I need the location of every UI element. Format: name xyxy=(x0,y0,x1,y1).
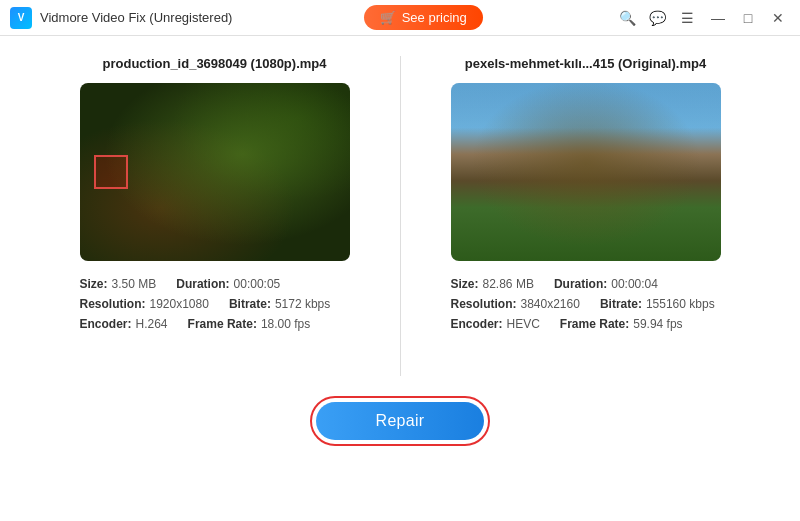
right-resolution: Resolution: 3840x2160 xyxy=(451,297,580,311)
close-button[interactable]: ✕ xyxy=(764,4,792,32)
left-duration-value: 00:00:05 xyxy=(234,277,281,291)
right-info-row-3: Encoder: HEVC Frame Rate: 59.94 fps xyxy=(451,317,721,331)
titlebar: V Vidmore Video Fix (Unregistered) 🛒 See… xyxy=(0,0,800,36)
close-icon: ✕ xyxy=(772,10,784,26)
left-size: Size: 3.50 MB xyxy=(80,277,157,291)
left-encoder-value: H.264 xyxy=(136,317,168,331)
left-resolution-value: 1920x1080 xyxy=(150,297,209,311)
right-size: Size: 82.86 MB xyxy=(451,277,534,291)
menu-icon: ☰ xyxy=(681,10,694,26)
right-info-row-1: Size: 82.86 MB Duration: 00:00:04 xyxy=(451,277,721,291)
right-bitrate: Bitrate: 155160 kbps xyxy=(600,297,715,311)
left-size-label: Size: xyxy=(80,277,108,291)
left-info-row-1: Size: 3.50 MB Duration: 00:00:05 xyxy=(80,277,350,291)
repair-button-wrapper: Repair xyxy=(310,396,491,446)
right-video-thumbnail xyxy=(451,83,721,261)
right-size-value: 82.86 MB xyxy=(483,277,534,291)
maximize-icon: □ xyxy=(744,10,752,26)
left-duration-label: Duration: xyxy=(176,277,229,291)
left-info-row-2: Resolution: 1920x1080 Bitrate: 5172 kbps xyxy=(80,297,350,311)
cart-icon: 🛒 xyxy=(380,10,396,25)
right-duration-label: Duration: xyxy=(554,277,607,291)
right-encoder-label: Encoder: xyxy=(451,317,503,331)
app-icon: V xyxy=(10,7,32,29)
right-video-panel: pexels-mehmet-kılı...415 (Original).mp4 … xyxy=(421,56,751,337)
left-encoder: Encoder: H.264 xyxy=(80,317,168,331)
main-content: production_id_3698049 (1080p).mp4 Size: … xyxy=(0,36,800,521)
videos-row: production_id_3698049 (1080p).mp4 Size: … xyxy=(40,56,760,376)
right-framerate-value: 59.94 fps xyxy=(633,317,682,331)
left-encoder-label: Encoder: xyxy=(80,317,132,331)
right-bitrate-label: Bitrate: xyxy=(600,297,642,311)
app-title: Vidmore Video Fix (Unregistered) xyxy=(40,10,232,25)
right-encoder-value: HEVC xyxy=(507,317,540,331)
right-video-label: pexels-mehmet-kılı...415 (Original).mp4 xyxy=(465,56,706,71)
left-video-thumbnail xyxy=(80,83,350,261)
left-video-panel: production_id_3698049 (1080p).mp4 Size: … xyxy=(50,56,380,337)
right-info-row-2: Resolution: 3840x2160 Bitrate: 155160 kb… xyxy=(451,297,721,311)
repair-button[interactable]: Repair xyxy=(316,402,485,440)
search-button[interactable]: 🔍 xyxy=(614,4,642,32)
bottom-area: Repair xyxy=(310,396,491,446)
right-resolution-label: Resolution: xyxy=(451,297,517,311)
menu-button[interactable]: ☰ xyxy=(674,4,702,32)
right-thumb-visual xyxy=(451,83,721,261)
minimize-icon: — xyxy=(711,10,725,26)
chat-button[interactable]: 💬 xyxy=(644,4,672,32)
left-info-row-3: Encoder: H.264 Frame Rate: 18.00 fps xyxy=(80,317,350,331)
left-duration: Duration: 00:00:05 xyxy=(176,277,280,291)
right-resolution-value: 3840x2160 xyxy=(521,297,580,311)
titlebar-center: 🛒 See pricing xyxy=(364,5,483,30)
search-icon: 🔍 xyxy=(619,10,636,26)
see-pricing-label: See pricing xyxy=(402,10,467,25)
left-resolution: Resolution: 1920x1080 xyxy=(80,297,209,311)
right-encoder: Encoder: HEVC xyxy=(451,317,540,331)
divider xyxy=(400,56,401,376)
right-framerate: Frame Rate: 59.94 fps xyxy=(560,317,683,331)
titlebar-left: V Vidmore Video Fix (Unregistered) xyxy=(10,7,232,29)
right-duration: Duration: 00:00:04 xyxy=(554,277,658,291)
maximize-button[interactable]: □ xyxy=(734,4,762,32)
chat-icon: 💬 xyxy=(649,10,666,26)
right-size-label: Size: xyxy=(451,277,479,291)
right-duration-value: 00:00:04 xyxy=(611,277,658,291)
titlebar-controls: 🔍 💬 ☰ — □ ✕ xyxy=(614,4,792,32)
left-bitrate-label: Bitrate: xyxy=(229,297,271,311)
left-resolution-label: Resolution: xyxy=(80,297,146,311)
left-bitrate-value: 5172 kbps xyxy=(275,297,330,311)
see-pricing-button[interactable]: 🛒 See pricing xyxy=(364,5,483,30)
right-video-info: Size: 82.86 MB Duration: 00:00:04 Resolu… xyxy=(451,277,721,337)
left-size-value: 3.50 MB xyxy=(112,277,157,291)
left-thumb-visual xyxy=(80,83,350,261)
left-framerate-label: Frame Rate: xyxy=(188,317,257,331)
left-video-label: production_id_3698049 (1080p).mp4 xyxy=(103,56,327,71)
right-bitrate-value: 155160 kbps xyxy=(646,297,715,311)
left-framerate-value: 18.00 fps xyxy=(261,317,310,331)
left-framerate: Frame Rate: 18.00 fps xyxy=(188,317,311,331)
minimize-button[interactable]: — xyxy=(704,4,732,32)
right-framerate-label: Frame Rate: xyxy=(560,317,629,331)
left-bitrate: Bitrate: 5172 kbps xyxy=(229,297,330,311)
left-video-info: Size: 3.50 MB Duration: 00:00:05 Resolut… xyxy=(80,277,350,337)
